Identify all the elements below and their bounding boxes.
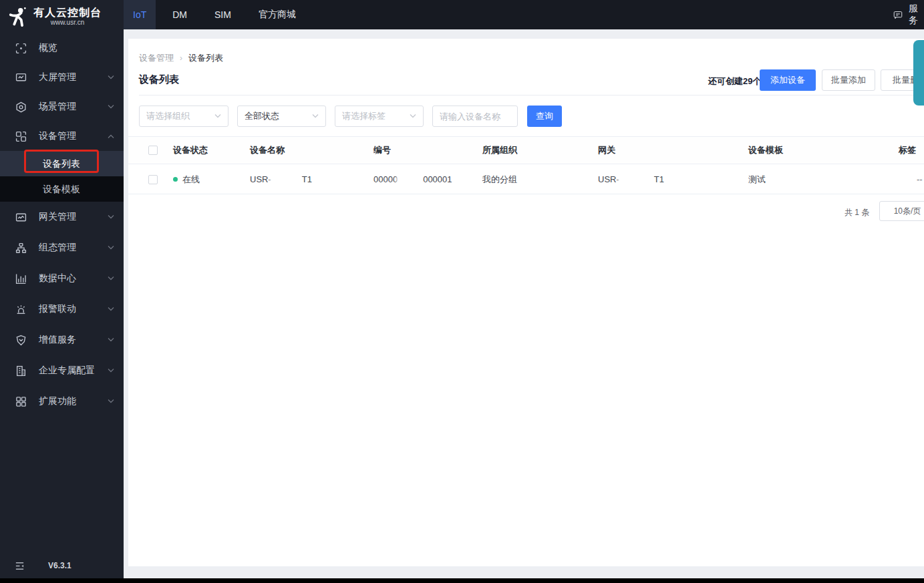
sidebar-subitem-label: 设备模板 (43, 184, 80, 194)
page-title: 设备列表 (139, 73, 179, 86)
divider (139, 95, 924, 95)
device-management-submenu: 设备列表 设备模板 (0, 151, 124, 202)
organization-select[interactable]: 请选择组织 (139, 106, 228, 127)
chevron-down-icon (214, 114, 221, 119)
sidebar-item-value-added-service[interactable]: 增值服务 (0, 325, 124, 355)
gateway-suffix: T1 (654, 174, 664, 184)
sidebar-item-label: 报警联动 (39, 303, 108, 315)
sidebar-item-label: 组态管理 (39, 242, 108, 254)
table-row[interactable]: 在线 USR-T1 00000000001 我的分组 USR-T1 测试 -- (128, 165, 924, 194)
sidebar-item-alarm-linkage[interactable]: 报警联动 (0, 294, 124, 325)
sidebar-item-gateway-management[interactable]: 网关管理 (0, 202, 124, 232)
sidebar-subitem-device-template[interactable]: 设备模板 (0, 176, 124, 202)
serial-prefix: 00000 (373, 174, 398, 184)
device-name-cell: USR-T1 (250, 165, 312, 194)
configuration-management-icon (15, 242, 27, 254)
tab-iot[interactable]: IoT (124, 0, 156, 29)
overview-icon (15, 43, 27, 54)
template-cell: 测试 (748, 165, 766, 194)
chat-bubble-icon (893, 9, 903, 21)
select-all-checkbox[interactable] (148, 146, 158, 155)
sidebar-item-data-center[interactable]: 数据中心 (0, 263, 124, 294)
add-device-button[interactable]: 添加设备 (760, 69, 816, 91)
top-navbar: IoT DM SIM 官方商城 服务 (124, 0, 924, 29)
sidebar-item-screen-management[interactable]: 大屏管理 (0, 63, 124, 92)
pagination-total: 共 1 条 (844, 207, 869, 218)
page-size-value: 10条/页 (894, 206, 921, 217)
data-center-icon (15, 273, 27, 284)
enterprise-config-icon (15, 365, 27, 377)
app-window: 有人云控制台 www.usr.cn 概览 大屏管理 (0, 0, 924, 583)
chevron-up-icon (108, 134, 114, 139)
sidebar-item-label: 设备管理 (39, 130, 108, 142)
select-placeholder: 请选择标签 (342, 110, 386, 122)
floating-service-tab[interactable] (913, 40, 924, 106)
device-status-cell: 在线 (173, 165, 200, 194)
tab-official-store[interactable]: 官方商城 (248, 0, 307, 29)
chevron-down-icon (108, 276, 114, 281)
chevron-down-icon (108, 399, 114, 404)
chevron-down-icon (108, 307, 114, 312)
app-url: www.usr.cn (51, 19, 85, 27)
gateway-cell: USR-T1 (598, 165, 664, 194)
status-select[interactable]: 全部状态 (237, 106, 326, 127)
device-management-icon (15, 131, 27, 142)
scene-management-icon (15, 102, 27, 113)
breadcrumb-current: 设备列表 (188, 52, 223, 64)
select-value: 全部状态 (245, 110, 279, 122)
chevron-down-icon (312, 114, 319, 119)
tab-dm[interactable]: DM (162, 0, 198, 29)
chevron-down-icon (108, 75, 114, 80)
device-serial-cell: 00000000001 (373, 165, 452, 194)
column-header-status: 设备状态 (173, 137, 208, 164)
screen-management-icon (15, 72, 27, 83)
service-menu[interactable]: 服务 (893, 0, 924, 29)
sidebar-item-label: 企业专属配置 (39, 365, 108, 377)
device-quota-text: 还可创建29个 (708, 75, 761, 87)
tab-label: SIM (214, 9, 231, 20)
sidebar-item-extended-functions[interactable]: 扩展功能 (0, 386, 124, 417)
sidebar-item-scene-management[interactable]: 场景管理 (0, 92, 124, 122)
extended-functions-icon (15, 396, 27, 407)
filter-bar: 请选择组织 全部状态 请选择标签 查询 (128, 106, 924, 127)
tab-label: DM (172, 9, 187, 20)
sidebar-item-overview[interactable]: 概览 (0, 33, 124, 63)
redacted-blur (272, 174, 301, 184)
usr-person-logo-icon (8, 7, 28, 27)
batch-add-button[interactable]: 批量添加 (822, 69, 875, 91)
tag-select[interactable]: 请选择标签 (335, 106, 424, 127)
breadcrumb-parent[interactable]: 设备管理 (139, 52, 174, 64)
redacted-blur (620, 174, 653, 184)
online-status-dot (173, 177, 178, 182)
device-list-card: 设备管理 › 设备列表 设备列表 还可创建29个 添加设备 批量添加 批量删除 … (128, 39, 924, 566)
device-name-prefix: USR- (250, 174, 271, 184)
device-name-input[interactable] (433, 106, 517, 126)
chevron-down-icon (108, 104, 114, 110)
column-header-template: 设备模板 (748, 137, 783, 164)
version-label: V6.3.1 (48, 561, 71, 570)
app-title: 有人云控制台 (33, 7, 102, 19)
service-label: 服务 (909, 3, 924, 27)
sidebar-item-enterprise-config[interactable]: 企业专属配置 (0, 355, 124, 386)
value-added-service-icon (15, 335, 27, 346)
sidebar: 有人云控制台 www.usr.cn 概览 大屏管理 (0, 0, 124, 578)
breadcrumb-separator-icon: › (180, 53, 182, 63)
sidebar-item-label: 网关管理 (39, 211, 108, 223)
search-button[interactable]: 查询 (527, 106, 562, 127)
organization-cell: 我的分组 (482, 165, 517, 194)
sidebar-item-configuration-management[interactable]: 组态管理 (0, 232, 124, 263)
tab-label: IoT (133, 9, 146, 20)
tab-label: 官方商城 (259, 9, 296, 21)
page-size-select[interactable]: 10条/页 (879, 201, 924, 221)
sidebar-item-label: 场景管理 (39, 101, 108, 113)
tab-sim[interactable]: SIM (204, 0, 242, 29)
status-label: 在线 (182, 174, 200, 186)
row-checkbox[interactable] (148, 175, 158, 184)
collapse-sidebar-icon[interactable] (15, 561, 25, 571)
sidebar-subitem-device-list[interactable]: 设备列表 (0, 151, 124, 176)
select-placeholder: 请选择组织 (146, 110, 190, 122)
gateway-prefix: USR- (598, 174, 619, 184)
sidebar-item-device-management[interactable]: 设备管理 (0, 122, 124, 151)
sidebar-item-label: 扩展功能 (39, 395, 108, 407)
chevron-down-icon (410, 114, 416, 119)
